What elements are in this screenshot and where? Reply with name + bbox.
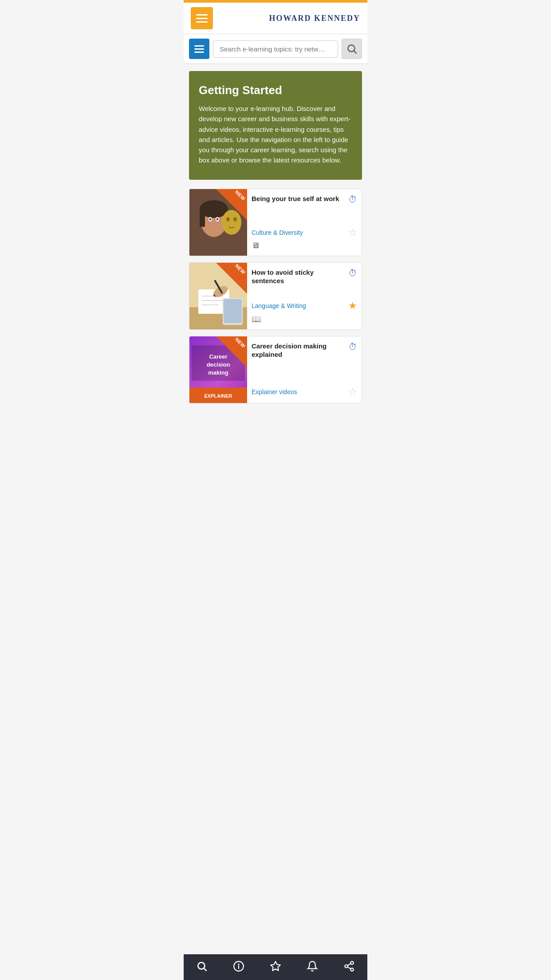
course-cards-section: NEW Being your true self at work ⏱ Cultu…	[184, 187, 367, 445]
card-content: How to avoid sticky sentences ⏱ Language…	[247, 263, 362, 329]
desktop-icon: 🖥	[252, 241, 260, 250]
course-card[interactable]: Career decision making EXPLAINER NEW Car…	[189, 336, 362, 403]
menu-line	[196, 21, 208, 23]
card-top-row: How to avoid sticky sentences ⏱	[252, 268, 357, 285]
card-top-row: Being your true self at work ⏱	[252, 194, 357, 205]
timer-icon: ⏱	[348, 194, 357, 205]
timer-icon: ⏱	[348, 268, 357, 278]
svg-line-1	[354, 51, 356, 53]
search-submit-button[interactable]	[342, 39, 362, 59]
menu-line	[194, 51, 204, 53]
svg-rect-5	[200, 209, 205, 227]
card-media-row: 🖥	[252, 241, 357, 250]
card-media-row: 📖	[252, 314, 357, 324]
card-category-link[interactable]: Language & Writing	[252, 302, 306, 309]
hero-title: Getting Started	[199, 83, 352, 97]
hero-description: Welcome to your e-learning hub. Discover…	[199, 103, 352, 166]
search-input[interactable]	[213, 40, 338, 58]
menu-line	[194, 45, 204, 47]
hamburger-menu-button[interactable]	[191, 7, 213, 29]
timer-icon: ⏱	[348, 342, 357, 352]
card-thumbnail: NEW	[189, 263, 247, 329]
menu-line	[194, 48, 204, 50]
card-content: Career decision making explained ⏱ Expla…	[247, 336, 362, 403]
card-thumbnail: NEW	[189, 189, 247, 256]
card-content: Being your true self at work ⏱ Culture &…	[247, 189, 362, 256]
card-category-row: Language & Writing ★	[252, 300, 357, 312]
card-title: How to avoid sticky sentences	[252, 268, 348, 285]
menu-line	[196, 18, 208, 19]
course-card[interactable]: NEW How to avoid sticky sentences ⏱ Lang…	[189, 262, 362, 330]
svg-rect-23	[224, 299, 242, 323]
menu-line	[196, 14, 208, 16]
card-title: Being your true self at work	[252, 194, 348, 203]
secondary-menu-button[interactable]	[189, 39, 209, 59]
search-icon	[346, 43, 358, 55]
star-icon[interactable]: ☆	[348, 386, 357, 398]
svg-point-7	[209, 218, 212, 220]
star-icon[interactable]: ★	[348, 300, 357, 312]
card-category-row: Explainer videos ☆	[252, 386, 357, 398]
hero-banner: Getting Started Welcome to your e-learni…	[189, 71, 362, 180]
card-title: Career decision making explained	[252, 342, 348, 359]
brand-logo: HOWARD KENNEDY	[269, 14, 360, 23]
svg-text:EXPLAINER: EXPLAINER	[205, 393, 232, 399]
card-top-row: Career decision making explained ⏱	[252, 342, 357, 359]
card-category-link[interactable]: Culture & Diversity	[252, 229, 303, 236]
svg-text:making: making	[208, 369, 228, 376]
header: HOWARD KENNEDY	[184, 3, 367, 34]
card-category-row: Culture & Diversity ☆	[252, 227, 357, 238]
course-card[interactable]: NEW Being your true self at work ⏱ Cultu…	[189, 189, 362, 256]
book-icon: 📖	[252, 314, 261, 324]
star-icon[interactable]: ☆	[348, 227, 357, 238]
card-thumbnail: Career decision making EXPLAINER NEW	[189, 336, 247, 403]
search-bar	[184, 34, 367, 64]
card-category-link[interactable]: Explainer videos	[252, 388, 297, 395]
